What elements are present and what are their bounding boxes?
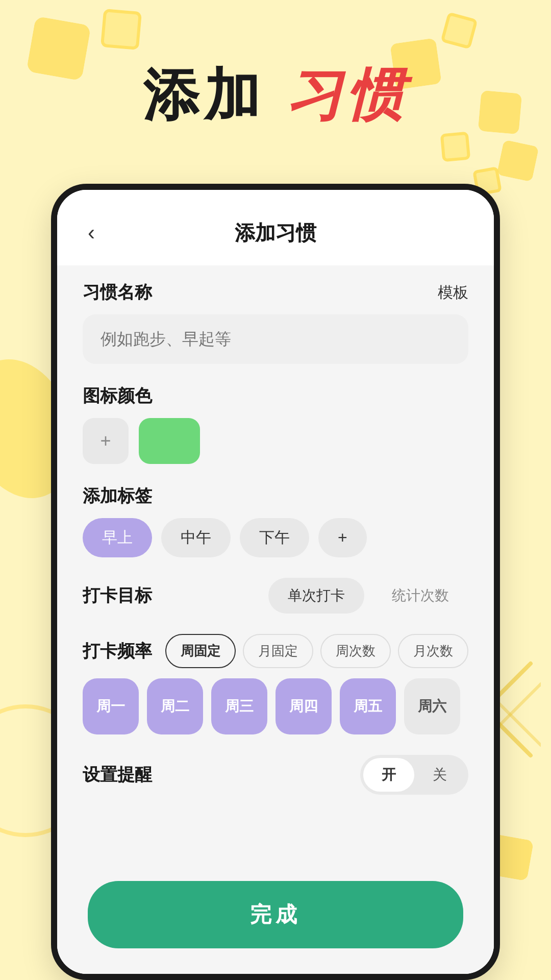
checkin-single[interactable]: 单次打卡: [268, 578, 364, 614]
days-row: 周一 周二 周三 周四 周五 周六 周: [83, 678, 468, 734]
tag-morning[interactable]: 早上: [83, 518, 152, 557]
back-button[interactable]: ‹: [83, 215, 100, 250]
freq-month-count[interactable]: 月次数: [398, 634, 468, 668]
color-swatch-green[interactable]: [139, 418, 200, 464]
reminder-label: 设置提醒: [83, 763, 152, 787]
main-content: 习惯名称 模板 图标颜色 + 添加标: [57, 265, 494, 868]
checkin-goal-label: 打卡目标: [83, 584, 152, 607]
complete-button[interactable]: 完成: [88, 881, 463, 948]
day-friday[interactable]: 周五: [340, 678, 396, 734]
day-monday[interactable]: 周一: [83, 678, 139, 734]
checkin-count[interactable]: 统计次数: [372, 578, 468, 614]
reminder-toggle: 开 关: [360, 755, 468, 795]
tag-noon[interactable]: 中午: [161, 518, 231, 557]
reminder-off[interactable]: 关: [414, 758, 465, 792]
icon-color-section: 图标颜色 +: [83, 384, 468, 464]
add-tag-button[interactable]: +: [318, 518, 367, 557]
frequency-section: 打卡频率 周固定 月固定 周次数 月次数 周一 周二 周三 周四 周五: [83, 634, 468, 734]
checkin-goal-section: 打卡目标 单次打卡 统计次数: [83, 578, 468, 614]
day-saturday[interactable]: 周六: [404, 678, 460, 734]
reminder-section: 设置提醒 开 关: [83, 755, 468, 795]
day-thursday[interactable]: 周四: [276, 678, 332, 734]
icon-color-label: 图标颜色: [83, 384, 152, 408]
frequency-label: 打卡频率: [83, 640, 152, 663]
title-part1: 添加: [143, 63, 265, 126]
phone-mockup: ‹ 添加习惯 习惯名称 模板 图标颜色 +: [51, 184, 500, 980]
plus-icon: +: [100, 430, 111, 452]
tags-row: 早上 中午 下午 +: [83, 518, 468, 557]
template-button[interactable]: 模板: [438, 282, 468, 303]
icon-add-button[interactable]: +: [83, 418, 129, 464]
tags-section: 添加标签 早上 中午 下午 +: [83, 484, 468, 557]
tags-label: 添加标签: [83, 484, 152, 508]
header-title: 添加习惯: [235, 219, 316, 247]
reminder-on[interactable]: 开: [363, 758, 414, 792]
freq-options: 周固定 月固定 周次数 月次数: [165, 634, 468, 668]
page-title-area: 添加 习惯: [0, 61, 551, 129]
day-tuesday[interactable]: 周二: [147, 678, 203, 734]
habit-name-section: 习惯名称 模板: [83, 281, 468, 364]
icon-color-row: +: [83, 418, 468, 464]
freq-week-fixed[interactable]: 周固定: [165, 634, 236, 668]
freq-week-count[interactable]: 周次数: [320, 634, 391, 668]
habit-name-input[interactable]: [83, 314, 468, 364]
day-wednesday[interactable]: 周三: [211, 678, 267, 734]
tag-afternoon[interactable]: 下午: [240, 518, 309, 557]
checkin-options: 单次打卡 统计次数: [268, 578, 468, 614]
bottom-bar: 完成: [57, 868, 494, 974]
title-part2: 习惯: [286, 63, 408, 126]
habit-name-label: 习惯名称: [83, 281, 152, 304]
freq-month-fixed[interactable]: 月固定: [243, 634, 313, 668]
app-header: ‹ 添加习惯: [57, 190, 494, 265]
